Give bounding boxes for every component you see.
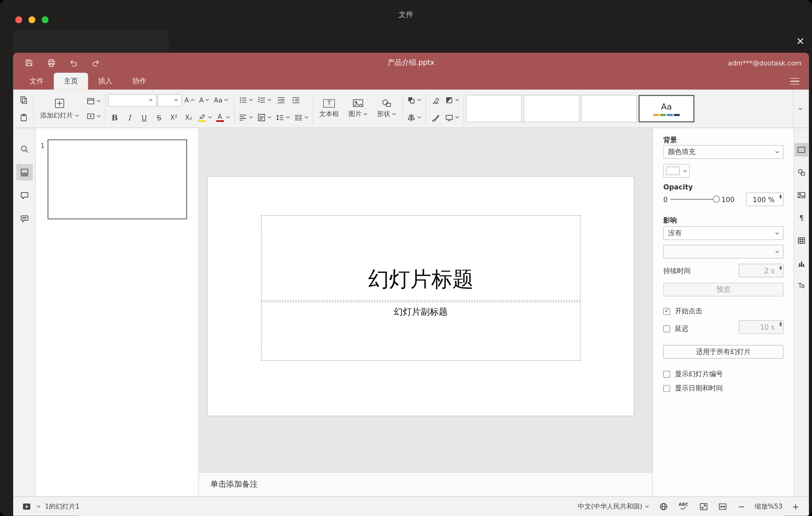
spinner-icon[interactable]: ▲▼ — [779, 265, 782, 271]
italic-button[interactable]: I — [122, 110, 136, 124]
bold-button[interactable]: B — [108, 110, 121, 124]
font-color-button[interactable]: A — [214, 110, 231, 124]
opacity-slider[interactable] — [670, 199, 719, 200]
insert-textbox-button[interactable]: T 文本框 — [316, 92, 343, 125]
tab-insert[interactable]: 插入 — [88, 73, 122, 90]
chevron-down-icon[interactable] — [36, 505, 41, 508]
vertical-align-button[interactable] — [256, 110, 273, 124]
chart-settings-tab[interactable] — [795, 256, 808, 270]
copy-button[interactable] — [17, 93, 31, 107]
align-shape-button[interactable] — [405, 110, 423, 124]
subtitle-placeholder[interactable]: 幻灯片副标题 — [261, 302, 581, 361]
tab-collaboration[interactable]: 协作 — [122, 73, 157, 90]
comments-button[interactable] — [16, 187, 32, 204]
paste-button[interactable] — [17, 110, 31, 124]
chevron-down-icon — [174, 99, 178, 102]
slide-counter: 1的幻灯片1 — [45, 502, 80, 511]
zoom-out-button[interactable]: − — [736, 500, 748, 512]
shape-fill-button[interactable] — [443, 93, 461, 107]
tab-home[interactable]: 主页 — [54, 73, 88, 90]
search-button[interactable] — [16, 141, 32, 157]
background-color-select[interactable] — [663, 164, 690, 178]
slide[interactable]: 幻灯片标题 幻灯片副标题 — [208, 177, 634, 416]
line-spacing-button[interactable] — [274, 110, 291, 124]
superscript-button[interactable]: X² — [167, 110, 180, 124]
show-slide-number-checkbox[interactable] — [663, 371, 670, 377]
preview-button[interactable]: 预览 — [663, 283, 784, 296]
clear-style-button[interactable] — [429, 93, 442, 107]
textart-settings-tab[interactable]: Ta — [795, 279, 808, 292]
increase-font-button[interactable]: A — [183, 93, 196, 107]
increase-indent-button[interactable] — [289, 93, 302, 107]
show-datetime-checkbox[interactable] — [663, 385, 670, 392]
redo-button[interactable] — [87, 55, 104, 70]
chat-button[interactable] — [16, 210, 32, 227]
minimize-window-button[interactable] — [28, 16, 35, 23]
theme-thumbnail-1[interactable] — [466, 95, 522, 122]
language-select[interactable]: 中文(中华人民共和国) — [578, 502, 649, 511]
save-button[interactable] — [21, 55, 38, 70]
effect-type-select[interactable] — [663, 245, 784, 258]
columns-button[interactable] — [292, 110, 310, 124]
spellcheck-button[interactable]: ABC — [678, 500, 690, 512]
print-button[interactable] — [42, 55, 60, 70]
start-slideshow-statusbar-button[interactable] — [21, 500, 32, 512]
apply-to-all-slides-button[interactable]: 适用于所有幻灯片 — [663, 345, 784, 359]
theme-thumbnail-4-selected[interactable]: Aa — [639, 95, 694, 122]
font-name-select[interactable] — [108, 93, 156, 106]
font-size-select[interactable] — [157, 93, 182, 106]
arrange-shape-button[interactable] — [405, 93, 423, 107]
paragraph-settings-tab[interactable]: ¶ — [795, 211, 808, 225]
theme-thumbnail-2[interactable] — [524, 95, 579, 122]
effect-select[interactable]: 没有 — [663, 226, 784, 240]
bullets-button[interactable] — [237, 93, 254, 107]
close-icon[interactable]: ✕ — [793, 34, 808, 49]
start-slideshow-button[interactable] — [85, 109, 102, 123]
slide-thumbnail-selected[interactable] — [48, 139, 187, 220]
numbering-button[interactable] — [256, 93, 273, 107]
strikethrough-button[interactable]: S — [152, 110, 166, 124]
tab-file[interactable]: 文件 — [20, 73, 54, 90]
slide-settings-tab[interactable] — [795, 143, 808, 156]
slide-canvas[interactable]: 幻灯片标题 幻灯片副标题 — [199, 128, 652, 472]
opacity-input[interactable]: 100 % ▲▼ — [746, 193, 783, 206]
slide-size-button[interactable] — [443, 110, 461, 124]
delay-input[interactable]: 10 s ▲▼ — [738, 320, 783, 334]
theme-gallery-expand-button[interactable] — [793, 90, 807, 128]
decrease-font-button[interactable]: A — [198, 93, 211, 107]
subscript-button[interactable]: X₂ — [182, 110, 195, 124]
set-language-button[interactable] — [658, 500, 669, 512]
background-fill-select[interactable]: 颜色填充 — [663, 145, 784, 159]
change-layout-button[interactable] — [85, 94, 102, 108]
close-window-button[interactable] — [16, 16, 22, 23]
delay-checkbox[interactable] — [663, 325, 670, 332]
opacity-label: Opacity — [663, 183, 693, 191]
start-on-click-checkbox[interactable]: ✓ — [663, 308, 670, 314]
duration-input[interactable]: 2 s ▲▼ — [738, 264, 783, 278]
zoom-window-button[interactable] — [42, 16, 49, 23]
insert-image-button[interactable]: 图片 — [345, 92, 371, 125]
change-case-button[interactable]: Aa — [212, 93, 230, 107]
add-slide-button[interactable]: 添加幻灯片 — [36, 92, 83, 125]
menu-button[interactable] — [787, 75, 803, 88]
zoom-in-button[interactable]: + — [790, 500, 802, 512]
spinner-icon[interactable]: ▲▼ — [779, 194, 782, 199]
fit-width-button[interactable] — [717, 500, 728, 512]
horizontal-align-button[interactable] — [237, 110, 254, 124]
image-settings-tab[interactable] — [795, 188, 808, 202]
slides-panel-button[interactable] — [16, 164, 32, 180]
underline-button[interactable]: U — [137, 110, 151, 124]
title-placeholder[interactable]: 幻灯片标题 — [261, 215, 581, 300]
table-settings-tab[interactable] — [795, 234, 808, 247]
highlight-color-button[interactable] — [197, 110, 213, 124]
spinner-icon[interactable]: ▲▼ — [779, 322, 782, 327]
copy-style-button[interactable] — [429, 110, 442, 124]
insert-shape-button[interactable]: 形状 — [373, 92, 400, 125]
fit-slide-button[interactable] — [698, 500, 709, 512]
undo-button[interactable] — [65, 55, 82, 70]
shape-settings-tab[interactable] — [795, 166, 808, 179]
opacity-slider-knob[interactable] — [713, 196, 720, 202]
decrease-indent-button[interactable] — [274, 93, 288, 107]
theme-thumbnail-3[interactable] — [581, 95, 637, 122]
notes-area[interactable]: 单击添加备注 — [199, 472, 652, 496]
